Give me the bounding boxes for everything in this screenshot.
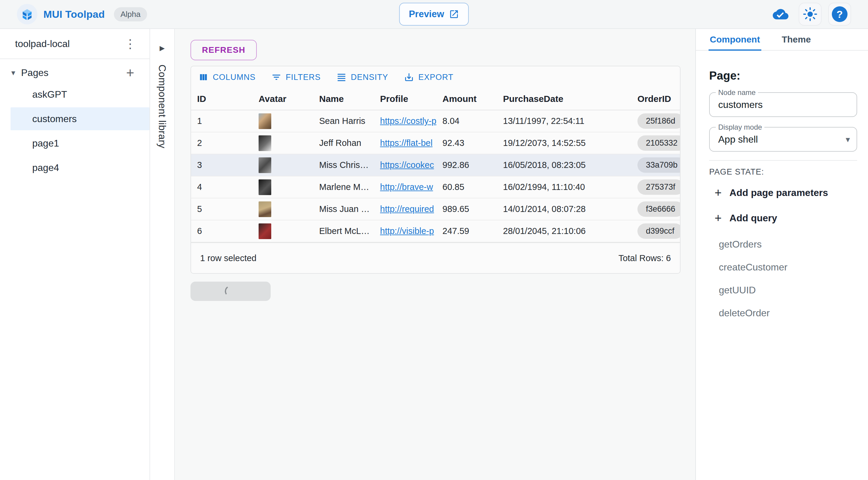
sidebar-item-page1[interactable]: page1 (10, 132, 150, 155)
filters-button[interactable]: FILTERS (271, 72, 321, 82)
filter-list-icon (271, 72, 281, 82)
explorer-panel: toolpad-local ⋮ ▾ Pages + askGPT custome… (0, 29, 150, 480)
kebab-menu-icon[interactable]: ⋮ (122, 35, 138, 52)
cell-orderid: 275373f (631, 179, 680, 195)
tab-component[interactable]: Component (709, 29, 761, 50)
page-canvas: REFRESH COLUMNS FILTERS (175, 29, 695, 480)
column-header-orderid[interactable]: OrderID (631, 94, 680, 104)
cell-orderid: 25f186d (631, 113, 680, 129)
query-item-getorders[interactable]: getOrders (709, 239, 857, 249)
cell-avatar (253, 113, 313, 129)
display-mode-label: Display mode (716, 123, 764, 131)
cell-name: Elbert McL… (313, 226, 374, 236)
cell-purchasedate: 16/02/1994, 11:10:40 (497, 182, 631, 192)
add-query-button[interactable]: + Add query (709, 211, 777, 224)
cell-avatar (253, 223, 313, 239)
profile-link[interactable]: https://costly-p (380, 116, 436, 126)
profile-link[interactable]: http://brave-w (380, 182, 433, 192)
cell-name: Sean Harris (313, 116, 374, 126)
profile-link[interactable]: http://required (380, 204, 434, 214)
project-name: toolpad-local (15, 38, 70, 50)
column-header-amount[interactable]: Amount (436, 94, 497, 104)
query-item-createcustomer[interactable]: createCustomer (709, 262, 857, 272)
order-id-chip: 33a709b (638, 157, 680, 173)
cell-orderid: f3e6666 (631, 202, 680, 217)
add-page-parameters-button[interactable]: + Add page parameters (709, 186, 828, 199)
data-grid: COLUMNS FILTERS DENSITY (190, 66, 681, 274)
chevron-right-icon[interactable]: ▸ (159, 41, 164, 54)
cell-purchasedate: 13/11/1997, 22:54:11 (497, 116, 631, 126)
avatar-image (258, 202, 271, 217)
query-list: getOrders createCustomer getUUID deleteO… (709, 239, 857, 331)
avatar-image (258, 136, 271, 151)
table-row[interactable]: 2 Jeff Rohan https://flat-bel 92.43 19/1… (191, 132, 680, 154)
cell-avatar (253, 157, 313, 173)
order-id-chip: 25f186d (638, 113, 680, 129)
help-icon-glyph: ? (832, 6, 847, 22)
inspector-content: Page: Node name customers Display mode A… (696, 51, 868, 331)
header-actions: ? (769, 3, 851, 26)
density-icon (336, 72, 347, 82)
avatar-image (258, 223, 271, 239)
brand: MUI Toolpad Alpha (17, 4, 147, 24)
display-mode-select[interactable]: Display mode App shell ▾ (709, 127, 857, 152)
cell-amount: 247.59 (436, 226, 497, 236)
sidebar-item-askgpt[interactable]: askGPT (10, 83, 150, 106)
light-mode-icon[interactable] (799, 3, 822, 26)
density-button-label: DENSITY (351, 73, 388, 82)
export-button[interactable]: EXPORT (404, 72, 454, 82)
refresh-button[interactable]: REFRESH (190, 40, 257, 60)
table-row-selected[interactable]: 3 Miss Chris… https://cookec 992.86 16/0… (191, 154, 680, 176)
add-page-parameters-label: Add page parameters (730, 187, 828, 199)
query-item-deleteorder[interactable]: deleteOrder (709, 308, 857, 318)
cell-profile: https://cookec (374, 160, 436, 170)
inspector-panel: Component Theme Page: Node name customer… (695, 29, 868, 480)
order-id-chip: d399ccf (638, 223, 680, 239)
columns-button[interactable]: COLUMNS (198, 72, 255, 82)
data-grid-header-row: ID Avatar Name Profile Amount PurchaseDa… (191, 88, 680, 110)
cell-profile: https://costly-p (374, 116, 436, 126)
table-row[interactable]: 5 Miss Juan … http://required 989.65 14/… (191, 199, 680, 220)
app-window: MUI Toolpad Alpha Preview (0, 0, 868, 480)
profile-link[interactable]: http://visible-p (380, 226, 434, 236)
cloud-done-icon[interactable] (769, 3, 792, 26)
profile-link[interactable]: https://cookec (380, 160, 434, 170)
page-heading: Page: (709, 69, 857, 82)
column-header-purchasedate[interactable]: PurchaseDate (497, 94, 631, 104)
column-header-avatar[interactable]: Avatar (253, 94, 313, 104)
cell-avatar (253, 136, 313, 151)
pages-section-label: Pages (21, 67, 49, 79)
preview-button-label: Preview (409, 9, 444, 20)
tab-theme[interactable]: Theme (781, 29, 812, 50)
column-header-profile[interactable]: Profile (374, 94, 436, 104)
add-page-icon[interactable]: + (122, 64, 138, 81)
density-button[interactable]: DENSITY (336, 72, 388, 82)
order-id-chip: f3e6666 (638, 202, 680, 217)
table-row[interactable]: 1 Sean Harris https://costly-p 8.04 13/1… (191, 110, 680, 132)
help-icon[interactable]: ? (828, 3, 851, 26)
view-columns-icon (198, 72, 209, 82)
avatar-image (258, 157, 271, 173)
alpha-badge: Alpha (114, 7, 147, 22)
column-header-id[interactable]: ID (191, 94, 253, 104)
chevron-down-icon[interactable]: ▾ (7, 68, 20, 78)
preview-button[interactable]: Preview (399, 3, 469, 26)
query-item-getuuid[interactable]: getUUID (709, 285, 857, 295)
sidebar-item-page4[interactable]: page4 (10, 156, 150, 179)
inspector-tabs: Component Theme (696, 29, 868, 51)
node-name-field[interactable]: Node name customers (709, 92, 857, 117)
pages-section-header[interactable]: ▾ Pages + (0, 64, 150, 82)
table-row[interactable]: 4 Marlene M… http://brave-w 60.85 16/02/… (191, 176, 680, 199)
cell-amount: 60.85 (436, 182, 497, 192)
table-row[interactable]: 6 Elbert McL… http://visible-p 247.59 28… (191, 220, 680, 242)
component-library-strip[interactable]: ▸ Component library (150, 29, 175, 480)
divider (709, 160, 857, 161)
profile-link[interactable]: https://flat-bel (380, 138, 433, 148)
sidebar-item-customers[interactable]: customers (10, 107, 150, 130)
download-icon (404, 72, 414, 82)
cell-amount: 989.65 (436, 204, 497, 214)
order-id-chip: 275373f (638, 179, 680, 195)
loading-button[interactable] (190, 281, 271, 301)
data-grid-toolbar: COLUMNS FILTERS DENSITY (191, 66, 680, 88)
column-header-name[interactable]: Name (313, 94, 374, 104)
